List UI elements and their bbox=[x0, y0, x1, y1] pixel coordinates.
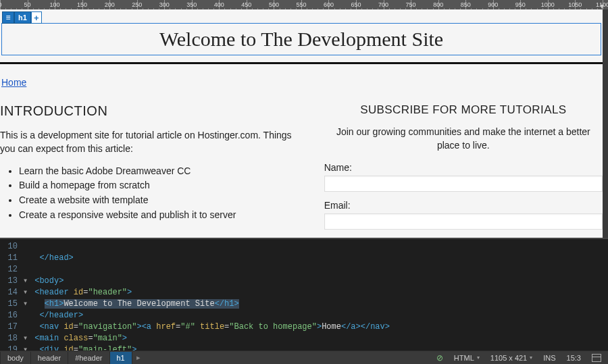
selection-tag-label[interactable]: h1 bbox=[14, 11, 31, 24]
code-line[interactable]: 13▾ <body> bbox=[0, 276, 608, 287]
code-view[interactable]: 10 11 </head>12 13▾ <body>14▾ <header id… bbox=[0, 238, 608, 350]
ruler-label: 650 bbox=[351, 1, 361, 8]
ruler-label: 50 bbox=[24, 1, 31, 8]
ruler-label: 800 bbox=[433, 1, 443, 8]
design-view[interactable]: ≡ h1 + Welcome to The Development Site H… bbox=[0, 9, 608, 238]
viewport-dimensions[interactable]: 1105 x 421▾ bbox=[488, 354, 535, 362]
email-label[interactable]: Email: bbox=[324, 200, 603, 211]
ruler-label: 950 bbox=[515, 1, 526, 8]
window-mode-icon[interactable] bbox=[589, 354, 604, 362]
validation-ok-icon[interactable]: ⊘ bbox=[434, 353, 446, 363]
ruler-label: 350 bbox=[186, 1, 197, 8]
line-number: 18 bbox=[0, 333, 23, 344]
cursor-position: 15:3 bbox=[564, 354, 584, 362]
horizontal-ruler[interactable]: 0501001502002503003504004505005506006507… bbox=[0, 0, 608, 9]
code-line[interactable]: 18▾ <main class="main"> bbox=[0, 333, 608, 344]
fold-toggle[interactable]: ▾ bbox=[23, 344, 30, 350]
list-item[interactable]: Learn the basic Adobe Dreamweaver CC bbox=[19, 164, 308, 179]
line-number: 16 bbox=[0, 310, 23, 321]
breadcrumb-id-header[interactable]: #header bbox=[68, 352, 109, 364]
element-selection-bar: ≡ h1 + bbox=[2, 11, 42, 24]
code-line[interactable]: 19▾ <div id="main-left"> bbox=[0, 344, 608, 350]
home-link[interactable]: Home bbox=[1, 77, 26, 88]
rendered-page[interactable]: Welcome to The Development Site Home INT… bbox=[0, 23, 603, 238]
fold-toggle[interactable] bbox=[23, 253, 30, 264]
main-left-column: INTRODUCTION This is a development site … bbox=[0, 103, 308, 238]
selected-h1-element[interactable]: Welcome to The Development Site bbox=[1, 23, 601, 55]
breadcrumb-more-icon[interactable]: ▸ bbox=[132, 351, 145, 364]
ruler-label: 600 bbox=[324, 1, 334, 8]
line-number: 12 bbox=[0, 264, 23, 276]
insert-mode[interactable]: INS bbox=[540, 354, 558, 362]
ruler-label: 400 bbox=[214, 1, 224, 8]
breadcrumb-h1[interactable]: h1 bbox=[110, 352, 132, 364]
line-number: 10 bbox=[0, 241, 23, 253]
ruler-label: 100 bbox=[50, 1, 60, 8]
fold-toggle[interactable]: ▾ bbox=[23, 287, 30, 298]
ruler-label: 0 bbox=[0, 1, 2, 8]
code-line[interactable]: 12 bbox=[0, 264, 608, 276]
subscribe-column: SUBSCRIBE FOR MORE TUTORIALS Join our gr… bbox=[324, 103, 603, 238]
line-number: 19 bbox=[0, 344, 23, 350]
list-item[interactable]: Create a responsive website and publish … bbox=[19, 208, 308, 223]
name-label[interactable]: Name: bbox=[324, 162, 603, 173]
ruler-label: 150 bbox=[77, 1, 87, 8]
line-number: 11 bbox=[0, 253, 23, 264]
code-line[interactable]: 15▾ <h1>Welcome to The Development Site<… bbox=[0, 298, 608, 310]
code-line[interactable]: 17 <nav id="navigation"><a href="#" titl… bbox=[0, 321, 608, 333]
ruler-label: 250 bbox=[132, 1, 142, 8]
fold-toggle[interactable] bbox=[23, 321, 30, 333]
list-item[interactable]: Build a homepage from scratch bbox=[19, 178, 308, 193]
selection-add-button[interactable]: + bbox=[31, 11, 42, 24]
line-number: 17 bbox=[0, 321, 23, 333]
page-title[interactable]: Welcome to The Development Site bbox=[2, 28, 601, 51]
ruler-label: 450 bbox=[241, 1, 251, 8]
breadcrumb-header[interactable]: header bbox=[31, 352, 68, 364]
ruler-label: 550 bbox=[296, 1, 306, 8]
fold-toggle[interactable] bbox=[23, 264, 30, 276]
fold-toggle[interactable]: ▾ bbox=[23, 298, 30, 310]
selection-menu-button[interactable]: ≡ bbox=[2, 11, 14, 24]
name-input[interactable] bbox=[324, 176, 603, 192]
ruler-label: 500 bbox=[269, 1, 279, 8]
email-input[interactable] bbox=[324, 213, 603, 230]
introduction-heading[interactable]: INTRODUCTION bbox=[0, 103, 308, 119]
introduction-paragraph[interactable]: This is a development site for tutorial … bbox=[0, 128, 308, 156]
divider bbox=[0, 62, 603, 64]
ruler-label: 900 bbox=[488, 1, 498, 8]
list-item[interactable]: Create a website with template bbox=[19, 193, 308, 208]
ruler-label: 700 bbox=[378, 1, 388, 8]
ruler-label: 1000 bbox=[541, 1, 555, 8]
line-number: 15 bbox=[0, 298, 23, 310]
status-bar: bodyheader#headerh1 ▸ ⊘ HTML▾ 1105 x 421… bbox=[0, 350, 608, 364]
fold-toggle[interactable] bbox=[23, 310, 30, 321]
fold-toggle[interactable]: ▾ bbox=[23, 333, 30, 344]
line-number: 14 bbox=[0, 287, 23, 298]
code-line[interactable]: 16 </header> bbox=[0, 310, 608, 321]
ruler-label: 750 bbox=[406, 1, 416, 8]
ruler-label: 850 bbox=[461, 1, 471, 8]
line-number: 13 bbox=[0, 276, 23, 287]
ruler-label: 1050 bbox=[568, 1, 582, 8]
code-line[interactable]: 11 </head> bbox=[0, 253, 608, 264]
fold-toggle[interactable] bbox=[23, 241, 30, 253]
code-line[interactable]: 10 bbox=[0, 241, 608, 253]
subscribe-paragraph[interactable]: Join our growing communities and make th… bbox=[324, 125, 603, 153]
breadcrumb-body[interactable]: body bbox=[0, 352, 31, 364]
fold-toggle[interactable]: ▾ bbox=[23, 276, 30, 287]
introduction-list: Learn the basic Adobe Dreamweaver CC Bui… bbox=[0, 164, 308, 223]
subscribe-heading[interactable]: SUBSCRIBE FOR MORE TUTORIALS bbox=[324, 103, 603, 117]
language-selector[interactable]: HTML▾ bbox=[451, 354, 482, 362]
ruler-label: 200 bbox=[105, 1, 115, 8]
vertical-scrollbar[interactable] bbox=[603, 111, 608, 158]
code-line[interactable]: 14▾ <header id="header"> bbox=[0, 287, 608, 298]
ruler-label: 300 bbox=[159, 1, 170, 8]
